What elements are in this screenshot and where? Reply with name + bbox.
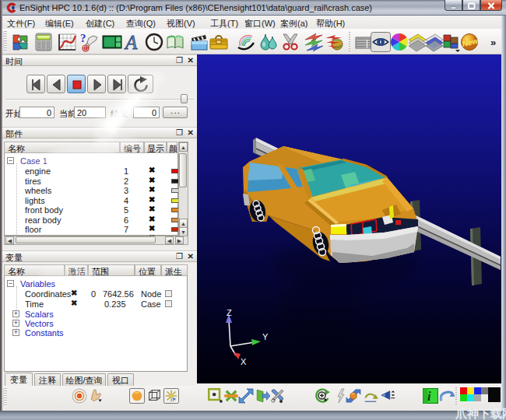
svg-text:i: i [427,389,431,404]
svg-text:Z: Z [227,308,232,317]
svg-text:X: X [241,357,247,366]
svg-text:?: ? [80,32,86,44]
svg-text:A: A [124,32,138,52]
svg-text:Y: Y [262,332,269,341]
